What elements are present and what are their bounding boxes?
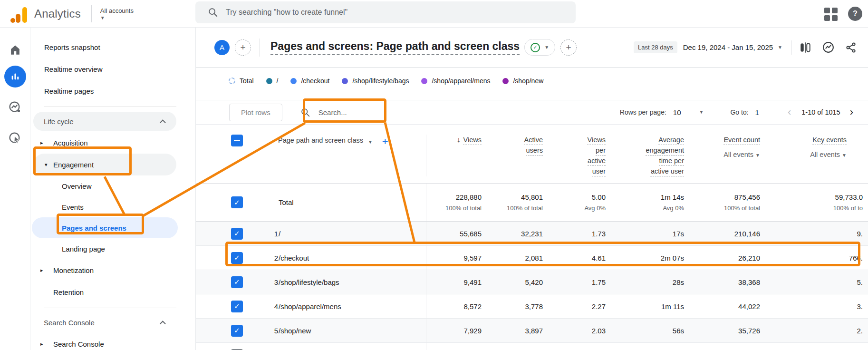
row-checkbox[interactable]: ✓	[225, 252, 259, 264]
row-checkbox[interactable]: ✓	[225, 228, 259, 240]
legend-item-total[interactable]: Total	[229, 77, 254, 85]
search-icon	[300, 107, 310, 117]
rows-per-page-value[interactable]: 10	[673, 108, 681, 117]
sort-descending-icon: ↓	[457, 136, 461, 144]
add-segment-icon[interactable]: +	[235, 39, 251, 56]
edit-comparison-icon[interactable]	[799, 41, 811, 54]
sidebar-item-realtime-pages[interactable]: Realtime pages	[30, 80, 195, 102]
sidebar-item-realtime-overview[interactable]: Realtime overview	[30, 58, 195, 80]
date-range[interactable]: Dec 19, 2024 - Jan 15, 2025	[683, 43, 773, 51]
advertising-icon[interactable]	[9, 132, 21, 145]
analytics-brand[interactable]: Analytics	[0, 4, 81, 23]
google-apps-icon[interactable]	[824, 8, 838, 21]
column-header-avg-engagement-time[interactable]: Average engagement time per active user	[606, 135, 684, 176]
page-path: /shop/new	[278, 319, 426, 342]
table-toolbar: Plot rows Search... Rows per page: 10 ▼ …	[196, 100, 868, 125]
sidebar-item-overview[interactable]: Overview	[30, 175, 195, 196]
legend-item[interactable]: /checkout	[290, 77, 329, 85]
column-header-active-users[interactable]: Active users	[482, 135, 543, 176]
select-all-checkbox[interactable]	[225, 135, 259, 176]
column-header-views-per-active-user[interactable]: Views per active user	[543, 135, 606, 176]
series-dot-icon	[266, 78, 272, 84]
chevron-down-icon: ▼	[755, 153, 760, 158]
explore-icon[interactable]	[9, 101, 21, 114]
report-header: A + Pages and screens: Page path and scr…	[196, 28, 868, 68]
previous-page-icon[interactable]: ‹	[788, 107, 791, 117]
report-status-selector[interactable]: ✓ ▼	[524, 39, 555, 56]
divider	[791, 40, 791, 55]
table-row[interactable]: ✓ 1 / 55,685 32,231 1.73 17s 210,146 9.	[196, 222, 868, 246]
chevron-down-icon: ▼	[100, 16, 134, 20]
arrow-right-icon: ▸	[40, 140, 43, 146]
page-path: /shop/apparel/mens	[278, 294, 426, 318]
sidebar-group-life-cycle[interactable]: Life cycle	[33, 112, 176, 131]
add-report-tab-icon[interactable]: +	[560, 39, 577, 56]
page-title: Pages and screens: Page path and screen …	[270, 40, 520, 55]
legend-item[interactable]: /shop/apparel/mens	[421, 77, 490, 85]
global-search-input[interactable]: Try searching "how to create funnel"	[195, 1, 576, 23]
table-row[interactable]: ✓ 5 /shop/new 7,929 3,897 2.03 56s 35,72…	[196, 319, 868, 343]
divider	[44, 308, 176, 308]
sidebar-item-monetization[interactable]: ▸ Monetization	[30, 259, 195, 281]
chevron-down-icon: ▼	[544, 45, 549, 50]
table-row[interactable]: ✓ 4 /shop/apparel/mens 8,572 3,778 2.27 …	[196, 294, 868, 319]
home-icon[interactable]	[9, 44, 21, 56]
total-dashed-dot-icon	[229, 78, 235, 84]
sidebar-item-pages-and-screens[interactable]: Pages and screens	[32, 217, 178, 238]
column-header-views[interactable]: ↓Views	[426, 135, 482, 176]
arrow-right-icon: ▸	[40, 341, 43, 347]
insights-icon[interactable]	[822, 41, 835, 54]
chevron-down-icon[interactable]: ▼	[778, 45, 782, 50]
sidebar-item-acquisition[interactable]: ▸ Acquisition	[30, 132, 195, 154]
check-circle-icon: ✓	[530, 43, 540, 52]
report-main: A + Pages and screens: Page path and scr…	[196, 28, 868, 350]
table-row[interactable]: ✓ 3 /shop/lifestyle/bags 9,491 5,420 1.7…	[196, 270, 868, 294]
ga-analytics-app: Analytics All accounts ▼ Try searching "…	[0, 0, 868, 350]
table-search-input[interactable]: Search...	[300, 107, 347, 117]
table-row-partial: 6 /s 7,7 1,0 1. 5 41,0	[196, 343, 868, 350]
divider	[44, 107, 176, 107]
legend-item[interactable]: /shop/lifestyle/bags	[342, 77, 409, 85]
row-checkbox[interactable]: ✓	[225, 276, 259, 288]
sidebar-item-search-console[interactable]: ▸ Search Console	[30, 333, 195, 350]
legend-item[interactable]: /	[266, 77, 279, 85]
arrow-right-icon: ▸	[40, 267, 43, 273]
column-header-key-events[interactable]: Key events All events ▼	[760, 135, 868, 176]
legend-item[interactable]: /shop/new	[502, 77, 543, 85]
table-row-checkout[interactable]: ✓ 2 /checkout 9,597 2,081 4.61 2m 07s 26…	[196, 246, 868, 270]
row-checkbox[interactable]: ✓	[225, 184, 259, 221]
reports-icon-active[interactable]	[4, 66, 26, 88]
plot-rows-button[interactable]: Plot rows	[229, 104, 282, 121]
goto-page-input[interactable]: 1	[755, 108, 759, 117]
top-app-bar: Analytics All accounts ▼ Try searching "…	[0, 0, 868, 28]
avatar[interactable]: A	[214, 40, 230, 55]
event-count-filter[interactable]: All events ▼	[684, 149, 760, 160]
sidebar-item-retention[interactable]: Retention	[30, 281, 195, 303]
column-header-event-count[interactable]: Event count All events ▼	[684, 135, 760, 176]
key-events-filter[interactable]: All events ▼	[760, 149, 847, 160]
chevron-up-icon	[160, 119, 166, 126]
page-path: /s	[278, 343, 426, 350]
chevron-down-icon[interactable]: ▼	[699, 110, 704, 115]
page-path: /	[278, 222, 426, 245]
sidebar-item-reports-snapshot[interactable]: Reports snapshot	[30, 36, 195, 58]
help-icon[interactable]: ?	[848, 7, 862, 21]
search-icon	[208, 7, 218, 18]
account-switcher[interactable]: All accounts ▼	[100, 7, 134, 20]
nav-rail	[0, 28, 30, 350]
brand-name: Analytics	[34, 7, 81, 20]
analytics-logo-icon	[10, 4, 29, 23]
sidebar-item-engagement[interactable]: ▾ Engagement	[33, 154, 176, 175]
dimension-header[interactable]: Page path and screen class	[278, 136, 363, 144]
report-table: Plot rows Search... Rows per page: 10 ▼ …	[196, 100, 868, 350]
sidebar-group-search-console[interactable]: Search Console	[33, 313, 176, 332]
share-icon[interactable]	[845, 42, 857, 53]
chevron-down-icon[interactable]: ▼	[368, 139, 373, 145]
row-checkbox[interactable]: ✓	[225, 301, 259, 312]
add-dimension-icon[interactable]: +	[382, 136, 388, 147]
series-dot-icon	[502, 78, 509, 84]
sidebar-item-events[interactable]: Events	[30, 196, 195, 217]
next-page-icon[interactable]: ›	[850, 107, 853, 117]
sidebar-item-landing-page[interactable]: Landing page	[30, 238, 195, 259]
row-checkbox[interactable]: ✓	[225, 325, 259, 337]
